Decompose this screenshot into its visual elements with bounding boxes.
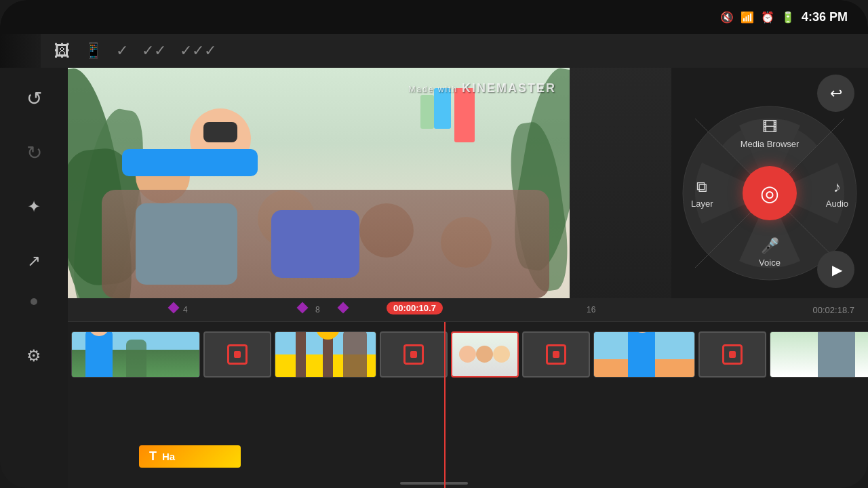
preview-area: Made with KINEMASTER	[68, 68, 570, 319]
person-silhouette	[343, 332, 367, 377]
title-clip-text: Ha	[162, 451, 175, 462]
total-time-value: 00:02:18.7	[813, 305, 854, 315]
tree-trunk	[126, 340, 146, 377]
transition-3-container	[524, 333, 589, 376]
transition-inner	[234, 351, 241, 358]
timeline-marker-1	[168, 302, 180, 314]
clip-scene-3	[452, 333, 519, 376]
status-time: 4:36 PM	[802, 10, 848, 24]
ruler-mark-8: 8	[315, 305, 320, 314]
clip-woman[interactable]	[770, 331, 868, 378]
play-icon: ▶	[832, 262, 842, 278]
timeline-tracks: T Ha	[68, 322, 868, 488]
timeline-area: 4 8 16 00:00:10.7 00:02:18.7	[68, 298, 868, 488]
watermark-brand: KINEMASTER	[462, 81, 556, 95]
transition-4-inner	[729, 351, 736, 358]
alarm-icon: ⏰	[761, 11, 774, 24]
check2-toolbar-icon[interactable]: ✓✓	[142, 42, 166, 60]
ruler-mark-16: 16	[587, 305, 595, 314]
transition-4-container	[700, 333, 765, 376]
back-button[interactable]: ↩	[817, 75, 854, 112]
sunflower-stem-1	[296, 332, 306, 377]
clip-group-selfie[interactable]	[451, 331, 519, 378]
record-icon: ◎	[760, 180, 779, 206]
wifi-icon: 📶	[741, 11, 754, 24]
transition-icon	[227, 344, 248, 365]
playhead	[444, 322, 446, 488]
transition-2[interactable]	[380, 331, 448, 378]
sidebar-dot	[31, 298, 37, 305]
scroll-indicator	[400, 482, 468, 485]
transition-2-inner	[410, 351, 417, 358]
clip-sunflower[interactable]	[275, 331, 376, 378]
plaid-shirt	[136, 203, 237, 285]
title-icon: T	[149, 449, 157, 464]
main-video-track	[68, 329, 868, 380]
clip-scene-4	[594, 332, 695, 377]
sunflower-2	[316, 332, 340, 340]
timeline-marker-3	[338, 302, 349, 314]
watermark-prefix: Made with	[408, 85, 458, 94]
transition-2-icon	[403, 344, 424, 365]
back-icon: ↩	[830, 85, 842, 102]
beach-person	[628, 332, 655, 377]
record-button[interactable]: ◎	[743, 166, 797, 220]
total-time: 00:02:18.7	[813, 305, 854, 315]
boy-silhouette	[85, 332, 113, 377]
battery-icon: 🔋	[781, 11, 795, 24]
woman-body	[818, 332, 855, 377]
share-button[interactable]: ↗	[17, 244, 51, 278]
watermark: Made with KINEMASTER	[408, 81, 556, 96]
device-frame: 🔇 📶 ⏰ 🔋 4:36 PM 🖼 📱 ✓ ✓✓ ✓✓✓ ↺ ↻ ✦ ↗ ⚙	[0, 0, 868, 488]
settings-button[interactable]: ⚙	[17, 339, 51, 373]
current-time-indicator: 00:00:10.7	[387, 302, 443, 314]
clip-boy-beach[interactable]	[593, 331, 695, 378]
timeline-ruler: 4 8 16 00:00:10.7 00:02:18.7	[68, 298, 868, 322]
group-head-1	[459, 346, 476, 363]
transition-3-icon	[546, 344, 566, 365]
phone-in-hand	[203, 122, 237, 142]
transition-3[interactable]	[522, 331, 590, 378]
check1-toolbar-icon[interactable]: ✓	[116, 42, 128, 60]
ruler-mark-4: 4	[183, 305, 188, 314]
clip-scene-1	[72, 332, 200, 377]
timeline-marker-2	[297, 302, 309, 314]
clip-boy-field[interactable]	[71, 331, 200, 378]
status-right: 🔇 📶 ⏰ 🔋 4:36 PM	[720, 10, 848, 24]
transition-2-container	[381, 333, 446, 376]
group-head-3	[493, 346, 510, 363]
status-bar: 🔇 📶 ⏰ 🔋 4:36 PM	[0, 0, 868, 34]
group-head-2	[476, 346, 493, 363]
transition-4-icon	[722, 344, 743, 365]
shelf-item-1	[454, 88, 475, 142]
transition-4[interactable]	[698, 331, 766, 378]
tablet-toolbar-icon[interactable]: 📱	[84, 42, 102, 60]
transition-1[interactable]	[203, 331, 271, 378]
ruler-content: 4 8 16 00:00:10.7 00:02:18.7	[75, 298, 861, 321]
left-sidebar: ↺ ↻ ✦ ↗ ⚙	[0, 68, 68, 488]
effects-button[interactable]: ✦	[17, 190, 51, 224]
current-time: 00:00:10.7	[393, 303, 436, 313]
clip-scene-2	[275, 332, 376, 377]
top-toolbar: 🖼 📱 ✓ ✓✓ ✓✓✓	[41, 34, 868, 68]
redo-button[interactable]: ↻	[17, 136, 51, 169]
shelf-item-3	[420, 95, 434, 129]
transition-icon-container	[205, 333, 270, 376]
person2-shirt	[122, 149, 258, 176]
photo-scene: Made with KINEMASTER	[68, 68, 570, 319]
undo-button[interactable]: ↺	[17, 81, 51, 115]
image-toolbar-icon[interactable]: 🖼	[54, 41, 71, 60]
transition-3-inner	[553, 351, 559, 358]
mute-icon: 🔇	[720, 11, 734, 24]
blue-top	[271, 210, 359, 278]
play-button[interactable]: ▶	[817, 251, 854, 288]
clip-scene-5	[770, 332, 868, 377]
check3-toolbar-icon[interactable]: ✓✓✓	[180, 42, 216, 60]
title-clip[interactable]: T Ha	[139, 445, 241, 468]
